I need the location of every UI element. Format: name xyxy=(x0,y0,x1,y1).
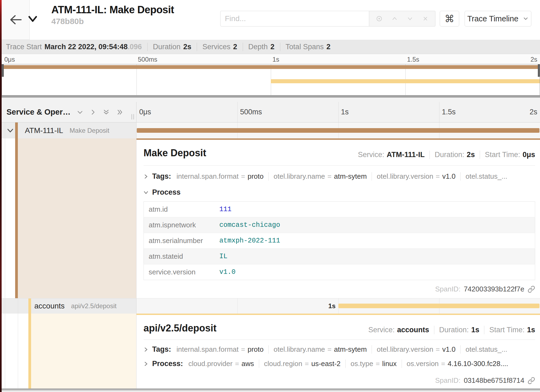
gridline xyxy=(5,122,5,138)
minimap-tick-labels: 0μs 500ms 1s 1.5s 2s xyxy=(2,54,540,64)
tag: otel.library.name = atm-sytem xyxy=(268,172,367,181)
minimap-right-handle[interactable] xyxy=(538,64,540,77)
prev-match-icon[interactable] xyxy=(391,15,398,22)
timeline-minimap[interactable]: 0μs 500ms 1s 1.5s 2s xyxy=(2,54,540,98)
table-row: atm.stateid IL xyxy=(144,249,535,264)
next-match-icon[interactable] xyxy=(406,15,414,22)
process-toggle[interactable]: Process xyxy=(144,188,535,197)
span-name-cell-accounts[interactable]: accounts api/v2.5/deposit xyxy=(2,298,136,314)
trace-header: ATM-111-IL: Make Deposit 478b80b ⌘ xyxy=(2,0,540,40)
minimap-span-bar-accounts xyxy=(271,79,540,83)
column-resizer[interactable] xyxy=(131,114,134,119)
operation-name: Make Deposit xyxy=(70,127,109,134)
meta-start-time: Start Time: 0μs xyxy=(480,151,535,159)
span-bar-atm[interactable] xyxy=(137,128,539,133)
span-meta: Service: ATM-111-IL Duration: 2s Start T… xyxy=(358,147,535,159)
back-button[interactable] xyxy=(8,13,23,26)
minimap-canvas[interactable] xyxy=(2,64,540,95)
service-name: ATM-111-IL xyxy=(25,126,63,135)
process-key-value-table: atm.id 111 atm.ispnetwork comcast-chicag… xyxy=(144,201,535,280)
arrow-left-icon xyxy=(8,13,23,26)
expand-one-icon[interactable] xyxy=(89,109,96,116)
trace-summary-bar: Trace Start March 22 2022, 09:54:48 .096… xyxy=(2,40,540,54)
view-selector-label: Trace Timeline xyxy=(467,14,518,23)
gridline xyxy=(237,298,238,314)
focus-match-icon[interactable] xyxy=(376,15,383,22)
span-detail-header: Make Deposit Service: ATM-111-IL Duratio… xyxy=(144,140,535,159)
table-row: atm.id 111 xyxy=(144,202,535,217)
chevron-right-icon xyxy=(144,347,148,352)
span-row-atm[interactable]: ATM-111-IL Make Deposit xyxy=(2,122,540,138)
gridline xyxy=(338,102,339,122)
collapse-all-icon[interactable] xyxy=(102,109,110,116)
link-icon[interactable] xyxy=(528,285,535,293)
minimap-left-handle[interactable] xyxy=(2,64,4,77)
operation-name: api/v2.5/deposit xyxy=(71,302,116,310)
gridline xyxy=(237,102,238,122)
span-detail-header: api/v2.5/deposit Service: accounts Durat… xyxy=(144,315,535,334)
service-name: accounts xyxy=(34,302,65,310)
service-operation-title: Service & Oper… xyxy=(6,108,71,117)
service-operation-header: Service & Oper… xyxy=(2,102,136,122)
tag: os.type = linux xyxy=(345,360,397,368)
link-icon[interactable] xyxy=(528,377,535,384)
tags-label: Tags: xyxy=(152,172,171,181)
timeline-column-header: Service & Oper… 0μs xyxy=(2,102,540,122)
gridline xyxy=(18,298,18,314)
span-track-atm[interactable] xyxy=(136,122,540,138)
span-operation-title: Make Deposit xyxy=(144,147,206,159)
tags-label: Tags: xyxy=(152,345,171,354)
span-start-label: 1s xyxy=(328,302,336,310)
keyboard-shortcuts-button[interactable]: ⌘ xyxy=(440,11,459,26)
collapse-span-chevron-icon[interactable] xyxy=(7,128,14,133)
expand-all-icon[interactable] xyxy=(116,109,124,116)
jaeger-trace-view: ATM-111-IL: Make Deposit 478b80b ⌘ xyxy=(0,0,540,392)
minimap-tick: 2s xyxy=(531,56,537,63)
spacer xyxy=(2,98,540,102)
tag: internal.span.format = proto xyxy=(176,172,264,181)
tags-toggle[interactable]: Tags: internal.span.format = proto otel.… xyxy=(144,345,535,354)
bottom-scroll-strip[interactable] xyxy=(2,388,540,392)
gridline xyxy=(136,64,137,95)
meta-service: Service: ATM-111-IL xyxy=(358,151,425,159)
span-name-cell-atm[interactable]: ATM-111-IL Make Deposit xyxy=(2,122,136,138)
summary-trace-start: Trace Start March 22 2022, 09:54:48 .096 xyxy=(6,43,142,51)
ruler-tick: 1.5s xyxy=(442,108,456,116)
view-selector-button[interactable]: Trace Timeline xyxy=(465,11,531,26)
divider xyxy=(144,340,535,340)
service-color-indicator xyxy=(15,122,18,138)
summary-total-spans: Total Spans 2 xyxy=(280,43,331,51)
tag: os.version = 4.16.10-300.fc28.... xyxy=(402,360,508,368)
meta-start-time: Start Time: 1s xyxy=(484,326,535,334)
tag: cloud.provider = aws xyxy=(188,360,254,368)
divider xyxy=(144,165,535,166)
find-input[interactable] xyxy=(220,11,369,26)
gridline xyxy=(5,314,5,388)
collapse-trace-chevron-icon[interactable] xyxy=(28,16,37,24)
chevron-right-icon xyxy=(144,361,148,366)
tag-truncated: otel.status_... xyxy=(460,345,507,354)
find-toolbar xyxy=(369,11,435,26)
tag: cloud.region = us-east-2 xyxy=(259,360,341,368)
span-id-row: SpanID: 742003393b122f7e xyxy=(435,285,535,293)
service-color-accent xyxy=(15,138,18,298)
span-detail-panel-accounts: api/v2.5/deposit Service: accounts Durat… xyxy=(136,314,540,388)
ruler-tick: 0μs xyxy=(139,108,151,116)
span-bar-accounts[interactable] xyxy=(338,304,540,308)
trace-id: 478b80b xyxy=(51,17,174,26)
trace-page: ATM-111-IL: Make Deposit 478b80b ⌘ xyxy=(2,0,540,392)
collapse-one-icon[interactable] xyxy=(76,109,84,116)
clear-find-icon[interactable] xyxy=(422,15,429,22)
span-row-accounts[interactable]: accounts api/v2.5/deposit 1s xyxy=(2,298,540,314)
tags-toggle[interactable]: Tags: internal.span.format = proto otel.… xyxy=(144,172,535,181)
back-panel xyxy=(2,0,30,40)
gridline xyxy=(5,298,5,314)
tag-truncated: otel.status_... xyxy=(460,172,507,181)
process-toggle[interactable]: Process: cloud.provider = aws cloud.regi… xyxy=(144,360,535,368)
minimap-span-bar-atm xyxy=(2,65,540,69)
span-track-accounts[interactable]: 1s xyxy=(136,298,540,314)
summary-duration: Duration 2s xyxy=(147,43,191,51)
ruler-tick: 1s xyxy=(341,108,349,116)
tag: otel.library.version = v1.0 xyxy=(372,345,455,354)
tag: internal.span.format = proto xyxy=(176,345,264,354)
